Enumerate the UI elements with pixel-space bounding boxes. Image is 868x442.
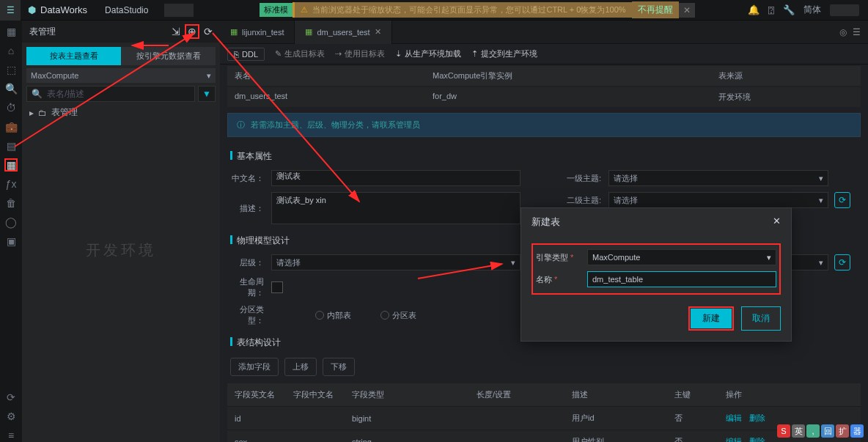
rail-icon[interactable]: ƒx [4,177,18,191]
rail-icon[interactable]: ⬚ [4,63,18,76]
editor-tab-active[interactable]: ▦dm_users_test✕ [295,21,391,44]
delete-link[interactable]: 删除 [749,413,765,422]
banner-warning: ⚠当前浏览器处于缩放状态，可能会引起页面显示异常，您可以通过CTRL + 0恢复… [293,2,631,18]
rail-icon[interactable]: ◯ [4,216,18,229]
modal-cancel-button[interactable]: 取消 [741,306,781,331]
user-avatar[interactable] [830,4,859,16]
banner-close-icon[interactable]: ✕ [679,3,695,18]
search-icon: 🔍 [32,89,43,99]
studio-name[interactable]: DataStudio [95,5,158,15]
move-up-button[interactable]: 上移 [284,358,317,376]
table-row: idbigint用户id否编辑删除 [227,407,861,430]
search-input[interactable]: 🔍表名/描述 [26,86,195,102]
modal-ok-button[interactable]: 新建 [691,309,732,328]
rail-icon[interactable]: 💼 [4,120,18,133]
banner-tag: 标准模 [260,3,293,17]
editor-area: ▦lijunxin_test ▦dm_users_test✕ ◎☰ ⎘ DDL … [220,21,868,442]
banner-dismiss[interactable]: 不再提醒 [632,1,679,18]
new-table-icon[interactable]: ⊕ [185,24,199,39]
rail-icon[interactable]: ⚙ [4,410,18,423]
compass-icon[interactable]: ◎ [839,27,847,37]
edit-link[interactable]: 编辑 [726,413,742,422]
help-icon[interactable]: ⍰ [768,4,774,15]
modal-title: 新建表 [532,216,560,229]
edit-link[interactable]: 编辑 [726,437,742,442]
sidebar: 表管理 ⇲ ⊕ ⟳ 按表主题查看 按引擎元数据查看 MaxCompute▾ 🔍表… [22,21,220,442]
rail-icon-table-mgmt[interactable]: ▦ [4,158,18,172]
rail-icon[interactable]: ▦ [4,25,18,38]
rail-icon[interactable]: ≡ [4,429,18,442]
topic1-select[interactable]: 请选择▾ [608,170,828,186]
close-icon[interactable]: ✕ [773,216,781,229]
cn-name-input[interactable]: 测试表 [271,170,521,186]
sidebar-tab-topic[interactable]: 按表主题查看 [26,47,121,65]
topic2-select[interactable]: 请选择▾ [608,192,828,208]
refresh-icon[interactable]: ⟳ [834,192,850,208]
rail-icon[interactable]: ▤ [4,139,18,152]
modal-engine-select[interactable]: MaxCompute▾ [587,249,776,265]
desc-input[interactable]: 测试表_by xin [271,192,521,224]
table-row: sexstring用户性别否编辑删除 [227,430,861,443]
menu-icon[interactable]: ☰ [0,0,21,21]
rail-icon[interactable]: ⌂ [4,44,18,57]
life-checkbox[interactable] [271,281,283,293]
brand: ⬢DataWorks [21,4,95,15]
radio-partition[interactable]: 分区表 [380,310,416,321]
refresh-icon[interactable]: ⟳ [834,254,850,270]
info-icon: ⓘ [237,119,245,130]
topbar: ☰ ⬢DataWorks DataStudio 标准模 ⚠当前浏览器处于缩放状态… [0,0,868,21]
filter-icon[interactable]: ▼ [198,86,216,102]
rail-icon[interactable]: ⟳ [4,391,18,404]
level-select[interactable]: 请选择▾ [271,254,521,270]
engine-select[interactable]: MaxCompute▾ [26,68,216,83]
editor-toolbar: ⎘ DDL ✎ 生成目标表 ⇢ 使用目标表 ⇣ 从生产环境加载 ⇡ 提交到生产环… [220,44,868,65]
tb-gen-target[interactable]: ✎ 生成目标表 [275,48,325,59]
rail-icon[interactable]: 🔍 [4,82,18,95]
warning-banner: 标准模 ⚠当前浏览器处于缩放状态，可能会引起页面显示异常，您可以通过CTRL +… [260,2,694,18]
table-header: 字段英文名字段中文名字段类型长度/设置描述主键操作 [227,383,861,407]
sidebar-title: 表管理 [29,26,56,38]
ddl-button[interactable]: ⎘ DDL [227,48,265,61]
import-icon[interactable]: ⇲ [172,26,180,37]
add-field-button[interactable]: 添加字段 [230,358,279,376]
modal-name-input[interactable] [587,271,776,287]
ime-bar: S英,回扩器 [777,424,864,438]
rail-icon[interactable]: ⏱ [4,101,18,114]
tb-submit-prod[interactable]: ⇡ 提交到生产环境 [471,48,537,59]
tree-root[interactable]: ▸🗀表管理 [22,102,220,123]
more-icon[interactable]: ☰ [853,27,861,37]
sidebar-tab-engine[interactable]: 按引擎元数据查看 [121,47,216,65]
icon-rail: ▦ ⌂ ⬚ 🔍 ⏱ 💼 ▤ ▦ ƒx 🗑 ◯ ▣ ⟳ ⚙ ≡ [0,21,22,442]
tb-use-target[interactable]: ⇢ 使用目标表 [335,48,385,59]
top-right: 🔔 ⍰ 🔧 简体 [739,4,868,16]
table-icon: ▦ [230,27,238,37]
new-table-modal: 新建表✕ 引擎类型MaxCompute▾ 名称 新建 取消 [521,207,792,342]
section-basic: 基本属性 [227,143,861,167]
move-down-button[interactable]: 下移 [323,358,355,376]
editor-tab[interactable]: ▦lijunxin_test [220,21,295,44]
table-icon: ▦ [305,27,312,37]
radio-internal[interactable]: 内部表 [315,310,351,321]
lang-label[interactable]: 简体 [803,4,821,16]
refresh-icon[interactable]: ⟳ [204,26,213,37]
fields-table: 字段英文名字段中文名字段类型长度/设置描述主键操作 idbigint用户id否编… [227,383,861,442]
tb-load-prod[interactable]: ⇣ 从生产环境加载 [395,48,461,59]
notice-bar: ⓘ若需添加主题、层级、物理分类，请联系管理员 [227,113,861,137]
settings-icon[interactable]: 🔧 [783,4,795,15]
info-header: 表名MaxCompute引擎实例表来源 [227,66,861,86]
project-blank[interactable] [164,4,194,17]
delete-link[interactable]: 删除 [749,437,765,442]
rail-icon[interactable]: 🗑 [4,196,18,210]
rail-icon[interactable]: ▣ [4,235,18,248]
notification-icon[interactable]: 🔔 [748,4,760,15]
info-row: dm_users_testfor_dw开发环境 [227,87,861,107]
close-icon[interactable]: ✕ [375,27,381,37]
folder-icon: 🗀 [38,108,47,118]
watermark: 开发环境 [22,240,220,260]
